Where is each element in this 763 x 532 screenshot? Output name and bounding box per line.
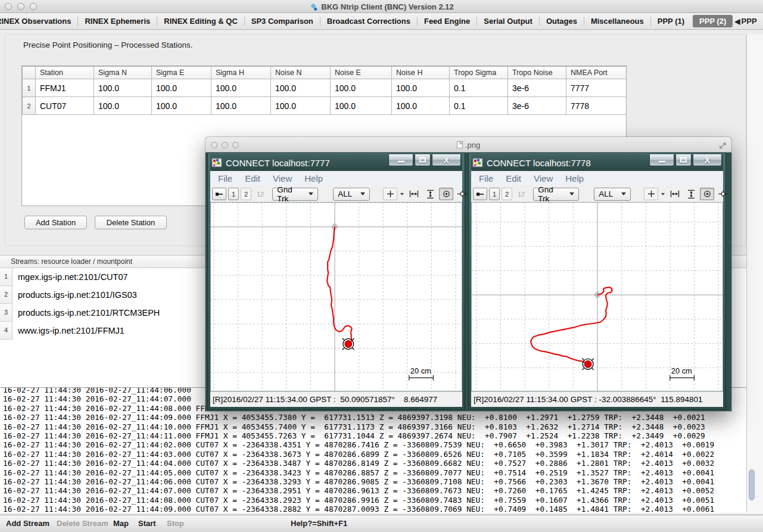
- center-origin-button[interactable]: [439, 188, 453, 200]
- tab-broadcast-corrections[interactable]: Broadcast Corrections: [320, 13, 417, 29]
- maximize-button[interactable]: [675, 154, 692, 166]
- cell-noise-e[interactable]: 100.0: [331, 97, 392, 115]
- maximize-button[interactable]: [415, 154, 431, 166]
- connect-titlebar[interactable]: CONNECT localhost:7777 X: [210, 154, 462, 171]
- tab-outages[interactable]: Outages: [540, 13, 584, 29]
- track-cursor-button[interactable]: [455, 188, 469, 200]
- tab-rinex-observations[interactable]: RINEX Observations: [0, 13, 77, 29]
- main-titlebar[interactable]: BKG Ntrip Client (BNC) Version 2.12: [0, 0, 763, 13]
- col-sigma-h[interactable]: Sigma H: [211, 67, 271, 79]
- solution-1-button[interactable]: 1: [489, 188, 500, 200]
- cell-nmea-port[interactable]: 7778: [566, 97, 627, 115]
- tab-overflow-partial[interactable]: PPP: [740, 17, 757, 26]
- menu-help[interactable]: Help: [304, 173, 323, 183]
- satellite-filter-dropdown[interactable]: ALL: [594, 188, 631, 201]
- connect-titlebar[interactable]: CONNECT localhost:7778 X: [471, 154, 723, 171]
- cell-sigma-n[interactable]: 100.0: [94, 79, 152, 97]
- menu-edit[interactable]: Edit: [245, 173, 260, 183]
- chevron-down-icon[interactable]: [400, 193, 404, 195]
- tab-serial-output[interactable]: Serial Output: [477, 13, 539, 29]
- map-button[interactable]: Map: [113, 515, 129, 532]
- cell-tropo-noise[interactable]: 3e-6: [508, 79, 566, 97]
- tab-miscellaneous[interactable]: Miscellaneous: [584, 13, 650, 29]
- cell-tropo-sigma[interactable]: 0.1: [450, 97, 508, 115]
- plot-type-dropdown[interactable]: Gnd Trk: [533, 188, 579, 201]
- connect-stream-button[interactable]: [212, 188, 226, 200]
- start-button[interactable]: Start: [138, 515, 156, 532]
- close-button[interactable]: X: [693, 154, 722, 166]
- cell-tropo-sigma[interactable]: 0.1: [450, 79, 508, 97]
- ground-track-plot-7777[interactable]: 20 cm: [210, 202, 462, 391]
- chevron-down-icon: [360, 192, 365, 195]
- col-noise-e[interactable]: Noise E: [331, 67, 392, 79]
- cell-tropo-noise[interactable]: 3e-6: [508, 97, 566, 115]
- cell-station[interactable]: CUT07: [36, 97, 94, 115]
- menu-view[interactable]: View: [273, 173, 292, 183]
- col-noise-n[interactable]: Noise N: [271, 67, 331, 79]
- menu-file[interactable]: File: [479, 173, 493, 183]
- stream-mountpoint[interactable]: products.igs-ip.net:2101/IGS03: [13, 286, 137, 304]
- vertical-scrollbar-thumb[interactable]: [749, 469, 755, 500]
- add-stream-button[interactable]: Add Stream: [6, 515, 49, 532]
- tab-feed-engine[interactable]: Feed Engine: [418, 13, 477, 29]
- chevron-down-icon[interactable]: [661, 193, 665, 195]
- col-sigma-e[interactable]: Sigma E: [152, 67, 211, 79]
- plot-type-dropdown[interactable]: Gnd Trk: [272, 188, 318, 201]
- col-tropo-sigma[interactable]: Tropo Sigma: [450, 67, 508, 79]
- col-nmea-port[interactable]: NMEA Port: [566, 67, 627, 79]
- center-origin-button[interactable]: [700, 188, 714, 200]
- col-station[interactable]: Station: [36, 67, 94, 79]
- cell-noise-n[interactable]: 100.0: [271, 79, 331, 97]
- preview-titlebar[interactable]: .png: [205, 137, 731, 153]
- menu-view[interactable]: View: [534, 173, 553, 183]
- menu-edit[interactable]: Edit: [506, 173, 521, 183]
- cell-sigma-n[interactable]: 100.0: [94, 97, 152, 115]
- delete-stream-button[interactable]: Delete Stream: [57, 515, 108, 532]
- fit-horizontal-button[interactable]: [407, 188, 421, 200]
- stream-mountpoint[interactable]: mgex.igs-ip.net:2101/CUT07: [13, 268, 128, 286]
- tab-rinex-ephemeris[interactable]: RINEX Ephemeris: [78, 13, 157, 29]
- cell-sigma-h[interactable]: 100.0: [211, 79, 271, 97]
- center-cursor-button[interactable]: [644, 188, 658, 200]
- tab-scroll-left-icon[interactable]: ◀: [734, 17, 740, 26]
- cell-noise-e[interactable]: 100.0: [331, 79, 392, 97]
- tab-rinex-editing-qc[interactable]: RINEX Editing & QC: [157, 13, 244, 29]
- track-cursor-button[interactable]: [716, 188, 730, 200]
- tab-sp3-comparison[interactable]: SP3 Comparison: [245, 13, 320, 29]
- stop-button[interactable]: Stop: [167, 515, 184, 532]
- solution-2-button[interactable]: 2: [241, 188, 251, 200]
- cell-noise-h[interactable]: 100.0: [392, 97, 450, 115]
- solution-2-button[interactable]: 2: [502, 188, 512, 200]
- center-cursor-button[interactable]: [383, 188, 397, 200]
- cell-sigma-e[interactable]: 100.0: [152, 97, 211, 115]
- stream-mountpoint[interactable]: products.igs-ip.net:2101/RTCM3EPH: [13, 304, 160, 322]
- menu-file[interactable]: File: [218, 173, 232, 183]
- tab-ppp-1[interactable]: PPP (1): [651, 13, 691, 29]
- cell-sigma-e[interactable]: 100.0: [152, 79, 211, 97]
- delete-station-button[interactable]: Delete Station: [95, 216, 167, 229]
- menu-help[interactable]: Help: [565, 173, 584, 183]
- stream-mountpoint[interactable]: www.igs-ip.net:2101/FFMJ1: [13, 322, 124, 340]
- close-button[interactable]: X: [432, 154, 461, 166]
- fit-vertical-button[interactable]: [684, 188, 698, 200]
- cell-noise-h[interactable]: 100.0: [392, 79, 450, 97]
- satellite-filter-dropdown[interactable]: ALL: [333, 188, 370, 201]
- resize-icon[interactable]: [719, 141, 727, 152]
- cell-noise-n[interactable]: 100.0: [271, 97, 331, 115]
- cell-nmea-port[interactable]: 7777: [566, 79, 627, 97]
- cell-station[interactable]: FFMJ1: [36, 79, 94, 97]
- vertical-scrollbar-track[interactable]: [746, 35, 763, 512]
- col-sigma-n[interactable]: Sigma N: [94, 67, 152, 79]
- connect-stream-button[interactable]: [473, 188, 487, 200]
- cell-sigma-h[interactable]: 100.0: [211, 97, 271, 115]
- tab-ppp-2-active[interactable]: PPP (2): [693, 15, 733, 27]
- col-tropo-noise[interactable]: Tropo Noise: [508, 67, 566, 79]
- minimize-button[interactable]: [649, 154, 674, 166]
- col-noise-h[interactable]: Noise H: [392, 67, 450, 79]
- fit-vertical-button[interactable]: [423, 188, 437, 200]
- ground-track-plot-7778[interactable]: 20 cm: [471, 202, 723, 391]
- fit-horizontal-button[interactable]: [668, 188, 682, 200]
- solution-1-button[interactable]: 1: [228, 188, 239, 200]
- minimize-button[interactable]: [388, 154, 413, 166]
- add-station-button[interactable]: Add Station: [24, 216, 87, 229]
